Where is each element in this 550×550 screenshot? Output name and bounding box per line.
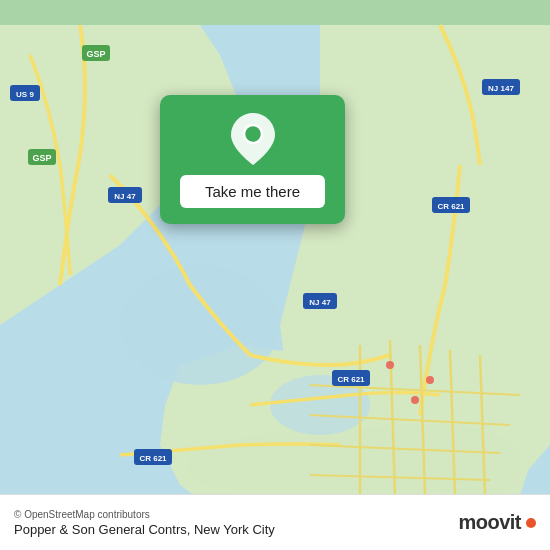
svg-text:CR 621: CR 621 <box>437 202 465 211</box>
svg-text:US 9: US 9 <box>16 90 34 99</box>
svg-point-37 <box>244 125 262 143</box>
svg-text:GSP: GSP <box>32 153 51 163</box>
map-svg: GSP US 9 GSP NJ 47 NJ 147 CR 621 NJ 47 C… <box>0 0 550 550</box>
svg-point-18 <box>411 396 419 404</box>
location-card: Take me there <box>160 95 345 224</box>
bottom-bar: © OpenStreetMap contributors Popper & So… <box>0 494 550 550</box>
svg-point-17 <box>426 376 434 384</box>
moovit-dot-icon <box>526 518 536 528</box>
map-container: GSP US 9 GSP NJ 47 NJ 147 CR 621 NJ 47 C… <box>0 0 550 550</box>
svg-point-16 <box>386 361 394 369</box>
bottom-bar-info: © OpenStreetMap contributors Popper & So… <box>14 509 275 537</box>
svg-text:CR 621: CR 621 <box>337 375 365 384</box>
moovit-text: moovit <box>458 511 521 534</box>
svg-text:NJ 147: NJ 147 <box>488 84 514 93</box>
take-me-there-button[interactable]: Take me there <box>180 175 325 208</box>
location-name: Popper & Son General Contrs, New York Ci… <box>14 522 275 537</box>
location-pin-icon <box>231 113 275 165</box>
moovit-logo: moovit <box>458 511 536 534</box>
map-attribution: © OpenStreetMap contributors <box>14 509 275 520</box>
svg-text:NJ 47: NJ 47 <box>114 192 136 201</box>
svg-text:CR 621: CR 621 <box>139 454 167 463</box>
svg-point-5 <box>120 265 280 385</box>
svg-text:NJ 47: NJ 47 <box>309 298 331 307</box>
svg-text:GSP: GSP <box>86 49 105 59</box>
